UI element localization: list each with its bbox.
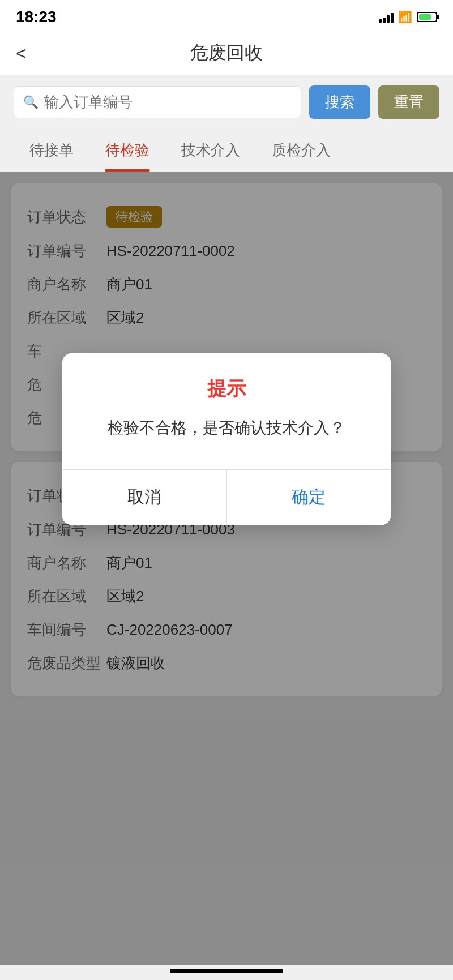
tabs: 待接单 待检验 技术介入 质检介入 [0, 129, 453, 172]
dialog-message: 检验不合格，是否确认技术介入？ [85, 416, 368, 441]
dialog-confirm-button[interactable]: 确定 [227, 470, 391, 525]
wifi-icon: 📶 [398, 10, 412, 24]
search-input[interactable] [44, 93, 292, 111]
dialog-body: 提示 检验不合格，是否确认技术介入？ [62, 353, 391, 458]
home-indicator [170, 969, 283, 973]
status-icons: 📶 [379, 10, 437, 24]
dialog-cancel-button[interactable]: 取消 [62, 470, 227, 525]
battery-icon [417, 12, 437, 22]
status-bar: 18:23 📶 [0, 0, 453, 32]
tab-tech[interactable]: 技术介入 [165, 129, 256, 172]
dialog: 提示 检验不合格，是否确认技术介入？ 取消 确定 [62, 353, 391, 525]
reset-button[interactable]: 重置 [378, 85, 439, 119]
dialog-title: 提示 [85, 376, 368, 402]
dialog-overlay: 提示 检验不合格，是否确认技术介入？ 取消 确定 [0, 172, 453, 965]
nav-bar: < 危废回收 [0, 32, 453, 75]
page-title: 危废回收 [190, 41, 263, 66]
dialog-footer: 取消 确定 [62, 469, 391, 525]
tab-pending[interactable]: 待接单 [14, 129, 89, 172]
signal-icon [379, 11, 394, 23]
back-button[interactable]: < [16, 43, 27, 64]
tab-quality[interactable]: 质检介入 [256, 129, 347, 172]
search-bar: 🔍 搜索 重置 [0, 75, 453, 129]
tab-inspection[interactable]: 待检验 [89, 129, 165, 172]
search-button[interactable]: 搜索 [309, 85, 370, 119]
search-input-wrap: 🔍 [14, 86, 301, 118]
search-icon: 🔍 [23, 95, 39, 110]
status-time: 18:23 [16, 8, 57, 26]
main-content: 订单状态 待检验 订单编号 HS-20220711-0002 商户名称 商户01… [0, 172, 453, 965]
